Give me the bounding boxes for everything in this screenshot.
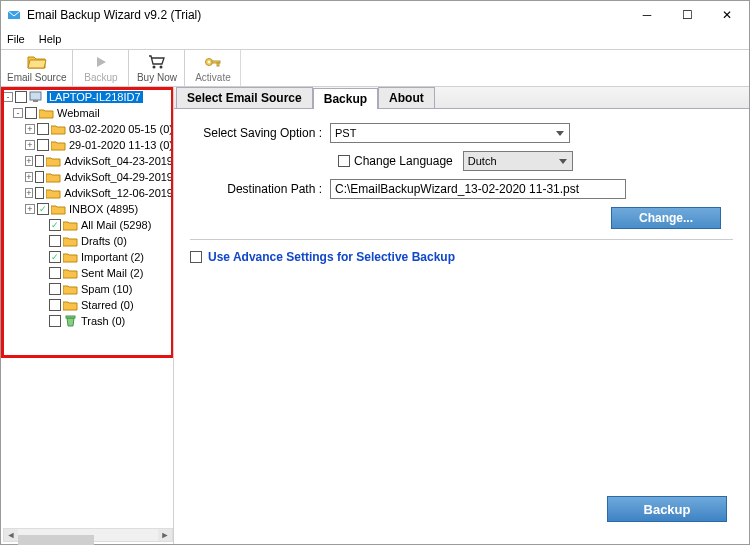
tree-label: INBOX (4895) xyxy=(69,203,138,215)
tree-label: Trash (0) xyxy=(81,315,125,327)
row-advance-settings: Use Advance Settings for Selective Backu… xyxy=(190,250,733,264)
tree-label: AdvikSoft_04-23-2019 xyxy=(64,155,173,167)
saving-option-select[interactable]: PST xyxy=(330,123,570,143)
backup-form: Select Saving Option : PST Change Langua… xyxy=(174,109,749,278)
tree-item[interactable]: Trash (0) xyxy=(3,313,173,329)
destination-label: Destination Path : xyxy=(190,182,330,196)
tab-strip: Select Email Source Backup About xyxy=(174,87,749,109)
toolbtn-label: Buy Now xyxy=(137,72,177,83)
tree-item[interactable]: All Mail (5298) xyxy=(3,217,173,233)
expand-icon[interactable]: + xyxy=(25,204,35,214)
toolbtn-email-source[interactable]: Email Source xyxy=(1,50,73,86)
checkbox[interactable] xyxy=(49,299,61,311)
checkbox[interactable] xyxy=(35,187,44,199)
scroll-right-arrow[interactable]: ► xyxy=(158,529,172,541)
language-select[interactable]: Dutch xyxy=(463,151,573,171)
tree-item[interactable]: Starred (0) xyxy=(3,297,173,313)
svg-rect-7 xyxy=(30,92,41,100)
svg-rect-9 xyxy=(66,316,75,318)
svg-rect-6 xyxy=(217,63,219,66)
tree-item[interactable]: +AdvikSoft_04-23-2019 xyxy=(3,153,173,169)
expand-icon[interactable]: + xyxy=(25,140,35,150)
tree-item[interactable]: +AdvikSoft_04-29-2019 xyxy=(3,169,173,185)
menu-help[interactable]: Help xyxy=(39,33,62,45)
checkbox[interactable] xyxy=(37,203,49,215)
collapse-icon[interactable]: - xyxy=(3,92,13,102)
checkbox[interactable] xyxy=(49,251,61,263)
tree-item[interactable]: +29-01-2020 11-13 (0) xyxy=(3,137,173,153)
toolbtn-activate[interactable]: Activate xyxy=(185,50,241,86)
tree-item[interactable]: +INBOX (4895) xyxy=(3,201,173,217)
tree-webmail[interactable]: - Webmail xyxy=(3,105,173,121)
tree-item[interactable]: +03-02-2020 05-15 (0) xyxy=(3,121,173,137)
tree-label: Drafts (0) xyxy=(81,235,127,247)
row-change-btn: Change... xyxy=(190,203,733,229)
row-change-language: Change Language Dutch xyxy=(190,151,733,171)
tab-backup[interactable]: Backup xyxy=(313,88,378,109)
change-button[interactable]: Change... xyxy=(611,207,721,229)
checkbox[interactable] xyxy=(15,91,27,103)
collapse-icon[interactable]: - xyxy=(13,108,23,118)
checkbox[interactable] xyxy=(49,267,61,279)
tree-label: Important (2) xyxy=(81,251,144,263)
folder-icon xyxy=(63,219,78,231)
tree-label: LAPTOP-IL218ID7 xyxy=(47,91,143,103)
folder-icon xyxy=(46,171,61,183)
spacer xyxy=(37,268,47,278)
tab-select-email-source[interactable]: Select Email Source xyxy=(176,87,313,108)
menu-file[interactable]: File xyxy=(7,33,25,45)
key-icon xyxy=(204,53,222,71)
tree-item[interactable]: Sent Mail (2) xyxy=(3,265,173,281)
tree-item[interactable]: +AdvikSoft_12-06-2019 xyxy=(3,185,173,201)
scroll-thumb[interactable] xyxy=(18,535,94,545)
folder-icon xyxy=(51,123,66,135)
checkbox[interactable] xyxy=(49,219,61,231)
folder-icon xyxy=(51,139,66,151)
scroll-left-arrow[interactable]: ◄ xyxy=(4,529,18,541)
checkbox[interactable] xyxy=(49,283,61,295)
tree-label: AdvikSoft_12-06-2019 xyxy=(64,187,173,199)
window-title: Email Backup Wizard v9.2 (Trial) xyxy=(27,8,627,22)
checkbox[interactable] xyxy=(37,123,49,135)
change-language-label: Change Language xyxy=(354,154,453,168)
toolbtn-buy-now[interactable]: Buy Now xyxy=(129,50,185,86)
expand-icon[interactable]: + xyxy=(25,188,33,198)
folder-icon xyxy=(63,299,78,311)
spacer xyxy=(37,284,47,294)
checkbox[interactable] xyxy=(49,315,61,327)
backup-button[interactable]: Backup xyxy=(607,496,727,522)
tree-item[interactable]: Important (2) xyxy=(3,249,173,265)
checkbox[interactable] xyxy=(25,107,37,119)
destination-input[interactable] xyxy=(330,179,626,199)
tree-item[interactable]: Spam (10) xyxy=(3,281,173,297)
checkbox[interactable] xyxy=(35,171,44,183)
expand-icon[interactable]: + xyxy=(25,124,35,134)
expand-icon[interactable]: + xyxy=(25,172,33,182)
tree-item[interactable]: Drafts (0) xyxy=(3,233,173,249)
advance-settings-label: Use Advance Settings for Selective Backu… xyxy=(208,250,455,264)
close-button[interactable]: ✕ xyxy=(707,3,747,27)
body: - LAPTOP-IL218ID7 - Webmail +03-02-2020 … xyxy=(1,87,749,544)
folder-icon xyxy=(46,187,61,199)
spacer xyxy=(37,236,47,246)
checkbox[interactable] xyxy=(35,155,44,167)
tree-root[interactable]: - LAPTOP-IL218ID7 xyxy=(3,89,173,105)
horizontal-scrollbar[interactable]: ◄ ► xyxy=(3,528,173,542)
checkbox[interactable] xyxy=(49,235,61,247)
tab-about[interactable]: About xyxy=(378,87,435,108)
folder-icon xyxy=(46,155,61,167)
change-language-checkbox[interactable] xyxy=(338,155,350,167)
svg-point-4 xyxy=(208,61,210,63)
folder-icon xyxy=(63,235,78,247)
app-icon xyxy=(7,8,21,22)
expand-icon[interactable]: + xyxy=(25,156,33,166)
folder-icon xyxy=(63,251,78,263)
folder-open-icon xyxy=(27,53,47,71)
window-controls: ─ ☐ ✕ xyxy=(627,3,747,27)
advance-settings-checkbox[interactable] xyxy=(190,251,202,263)
toolbtn-backup[interactable]: Backup xyxy=(73,50,129,86)
minimize-button[interactable]: ─ xyxy=(627,3,667,27)
checkbox[interactable] xyxy=(37,139,49,151)
row-destination: Destination Path : xyxy=(190,179,733,199)
maximize-button[interactable]: ☐ xyxy=(667,3,707,27)
